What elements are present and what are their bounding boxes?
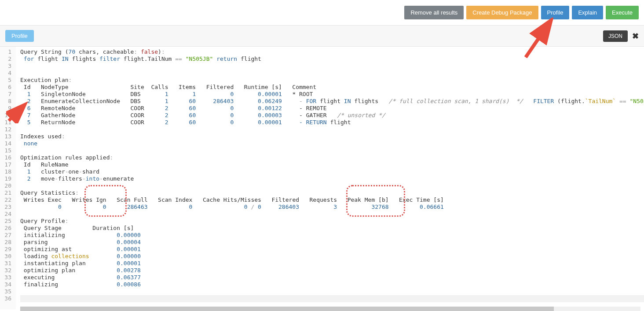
execute-button[interactable]: Execute bbox=[606, 6, 639, 19]
close-icon[interactable]: ✖ bbox=[632, 31, 639, 41]
profile-button[interactable]: Profile bbox=[541, 6, 570, 19]
json-button[interactable]: JSON bbox=[603, 30, 628, 42]
explain-button[interactable]: Explain bbox=[572, 6, 603, 19]
create-debug-package-button[interactable]: Create Debug Package bbox=[466, 6, 538, 19]
line-gutter: 1 2 3 4 5 6 7 8 9 10 11 12 13 14 15 16 1… bbox=[0, 47, 16, 309]
horizontal-scrollbar[interactable] bbox=[20, 307, 640, 309]
result-subbar: Profile JSON ✖ bbox=[0, 26, 644, 47]
top-toolbar: Remove all results Create Debug Package … bbox=[0, 0, 644, 26]
code-content: Query String (70 chars, cacheable: false… bbox=[16, 47, 644, 309]
remove-all-results-button[interactable]: Remove all results bbox=[404, 6, 464, 19]
code-editor[interactable]: 1 2 3 4 5 6 7 8 9 10 11 12 13 14 15 16 1… bbox=[0, 47, 644, 309]
profile-tab[interactable]: Profile bbox=[5, 30, 34, 42]
